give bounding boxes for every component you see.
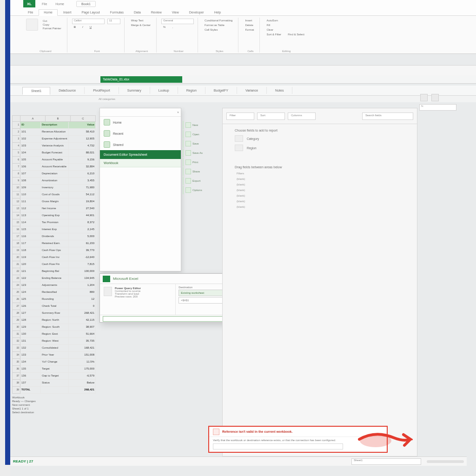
cell[interactable]: Cash Flow Fin [41,261,69,268]
cell[interactable]: 130 [20,331,41,338]
doc-name[interactable]: Book1 [76,1,96,7]
cell[interactable]: 6,210 [69,171,96,178]
row-header[interactable]: 12 [12,198,20,205]
cell[interactable]: 137 [20,380,41,387]
cell[interactable]: Below [69,380,96,387]
cell-styles-button[interactable]: Cell Styles [203,28,234,32]
close-icon[interactable]: × [177,111,179,114]
cell[interactable]: 116 [20,233,41,240]
cell[interactable]: 109 [20,185,41,192]
area-slot[interactable]: (blank) [223,187,417,193]
row-header[interactable]: 34 [12,352,20,359]
cell[interactable]: Cost of Goods [41,192,69,198]
cell[interactable]: 44,901 [69,212,96,219]
cell[interactable]: 71,980 [69,185,96,192]
cell[interactable]: Consolidated [41,345,69,352]
spreadsheet[interactable]: ABC1IDDescriptionValue2101Revenue Alloca… [12,115,96,414]
cell[interactable]: Cash Flow Ops [41,247,69,254]
backstage-item[interactable]: Print [183,158,218,166]
row-header[interactable]: 13 [12,205,20,212]
cell[interactable]: 168,421 [69,345,96,352]
cell[interactable]: 107 [20,171,41,178]
merge-center-button[interactable]: Merge & Center [129,23,152,27]
row-header[interactable]: 32 [12,338,20,345]
backstage-item[interactable]: Save As [183,149,218,157]
cell[interactable]: 134 [20,359,41,366]
cell[interactable]: 19,804 [69,198,96,205]
cell[interactable]: 113 [20,212,41,219]
cond-format-button[interactable]: Conditional Formatting [203,19,234,22]
cell[interactable]: 8,372 [69,219,96,226]
sort-filter-button[interactable]: Sort & Filter [264,33,283,36]
cell[interactable]: 12,905 [69,136,96,143]
cell[interactable]: Retained Earn. [41,240,69,247]
cell[interactable]: 5,000 [69,233,96,240]
area-slot[interactable]: (blank) [223,176,417,182]
collapse-button[interactable] [431,94,439,101]
nav-sub[interactable]: Workbook [100,159,181,167]
cell[interactable]: 58,410 [69,129,96,136]
cell[interactable]: 101 [20,129,41,136]
tab-home[interactable]: Home [39,9,58,16]
row-header[interactable]: 2 [12,129,20,136]
ws-tab-4[interactable]: Lookup [150,87,178,94]
cell[interactable]: 0 [69,303,96,310]
cell[interactable]: 175,000 [69,366,96,373]
cell[interactable]: Expense Adjustment [41,136,69,143]
status-sheet[interactable]: Sheet1 [351,458,421,465]
cell[interactable]: 32,884 [69,164,96,171]
cell[interactable]: YoY Change [41,359,69,366]
area-filters[interactable]: Filters [223,171,417,176]
cell[interactable]: Region: West [41,338,69,345]
cell[interactable]: Beginning Bal [41,268,69,275]
cell[interactable]: 11.5% [69,359,96,366]
menu-home[interactable]: Home [55,2,64,6]
row-header[interactable]: 11 [12,192,20,198]
cell[interactable]: Interest Exp [41,226,69,233]
row-header[interactable]: 4 [12,143,20,150]
font-select[interactable]: Calibri [72,19,105,24]
cell[interactable]: 103 [20,143,41,150]
clear-button[interactable]: Clear [264,28,306,32]
cell[interactable]: 2,145 [69,226,96,233]
row-header[interactable]: 14 [12,212,20,219]
delete-cells-button[interactable]: Delete [243,23,256,27]
cell[interactable]: 126 [20,303,41,310]
cell[interactable]: 123 [20,282,41,289]
cell[interactable]: 132 [20,345,41,352]
cell[interactable]: Gross Margin [41,198,69,205]
cell[interactable]: 124 [20,289,41,296]
cell[interactable]: 105 [20,157,41,164]
backstage-item[interactable]: Export [183,177,218,185]
cell[interactable]: 133 [20,352,41,359]
row-header[interactable]: 29 [12,317,20,324]
row-header[interactable]: 23 [12,275,20,282]
row-header[interactable]: 20 [12,254,20,261]
cell[interactable]: 125 [20,296,41,303]
fill-button[interactable]: Fill [264,23,306,27]
cell[interactable]: Check Total [41,303,69,310]
row-header[interactable]: 39 [12,387,20,394]
cell[interactable]: 151,008 [69,352,96,359]
cell[interactable]: Cash Flow Inv [41,254,69,261]
cell[interactable]: 114 [20,219,41,226]
format-painter-button[interactable]: Format Painter [41,26,63,30]
row-header[interactable]: 26 [12,296,20,303]
nav-home[interactable]: Home [100,117,181,128]
cell[interactable]: 39,770 [69,247,96,254]
ws-tab-2[interactable]: PivotReport [85,87,119,94]
cell[interactable]: 104 [20,150,41,157]
cell[interactable]: Account Payable [41,157,69,164]
row-header[interactable]: 30 [12,324,20,331]
chip-search[interactable]: Search fields [362,112,413,120]
row-header[interactable]: 33 [12,345,20,352]
cell[interactable]: 7,815 [69,261,96,268]
cell[interactable]: 120 [20,261,41,268]
header-cell[interactable]: Value [69,122,96,129]
tab-file[interactable]: File [23,10,38,15]
underline-button[interactable]: U [88,25,93,29]
format-cells-button[interactable]: Format [243,28,256,32]
row-header[interactable]: 6 [12,157,20,164]
error-ref-input[interactable] [213,443,343,450]
font-size-select[interactable]: 11 [107,19,120,24]
